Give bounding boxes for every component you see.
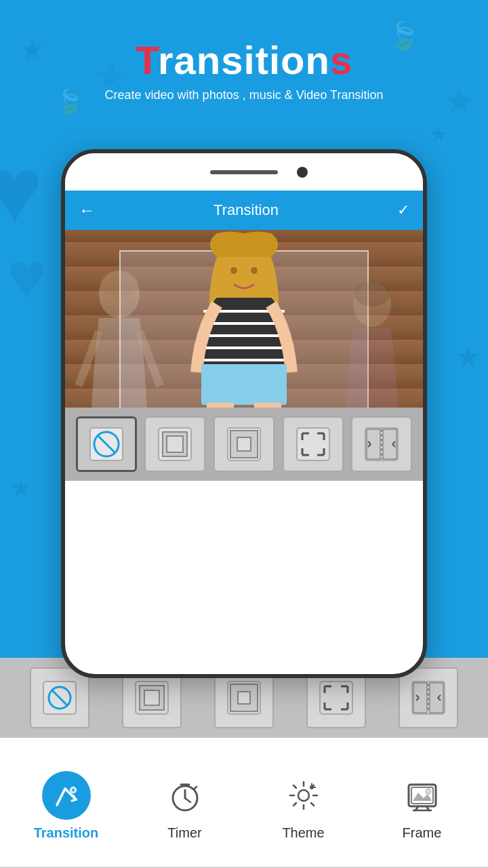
phone-transition-options bbox=[65, 408, 423, 481]
title-t: T bbox=[136, 38, 158, 82]
transition-icon-circle bbox=[42, 771, 91, 820]
theme-nav-label: Theme bbox=[282, 825, 324, 841]
title-s: s bbox=[330, 38, 352, 82]
title-ransition: ransition bbox=[158, 38, 330, 82]
bottom-nav: Transition Timer bbox=[0, 738, 488, 867]
theme-icon-plain bbox=[279, 771, 328, 820]
frame-icon-plain bbox=[398, 771, 447, 820]
nav-item-frame[interactable]: Frame bbox=[378, 771, 466, 841]
svg-line-82 bbox=[311, 803, 314, 806]
app-title: Transitions bbox=[0, 37, 488, 83]
check-button[interactable]: ✓ bbox=[397, 201, 409, 219]
nav-item-transition[interactable]: Transition bbox=[22, 771, 110, 841]
timer-nav-label: Timer bbox=[167, 825, 201, 841]
svg-rect-37 bbox=[383, 429, 396, 459]
nav-item-theme[interactable]: Theme bbox=[260, 771, 348, 841]
svg-rect-88 bbox=[409, 785, 436, 806]
timer-icon-plain bbox=[161, 771, 209, 820]
svg-line-84 bbox=[293, 803, 296, 806]
svg-rect-48 bbox=[144, 690, 159, 705]
svg-line-75 bbox=[195, 787, 197, 789]
back-button[interactable]: ← bbox=[79, 201, 95, 220]
bottom-section: Transition Timer bbox=[0, 658, 488, 868]
svg-point-85 bbox=[310, 785, 314, 789]
svg-point-16 bbox=[354, 282, 390, 307]
phone-top-bar bbox=[65, 153, 423, 191]
svg-line-81 bbox=[293, 785, 296, 788]
svg-rect-51 bbox=[238, 692, 250, 704]
inner-option-split[interactable] bbox=[399, 667, 458, 728]
app-header: ← Transition ✓ bbox=[65, 191, 423, 230]
transition-nav-label: Transition bbox=[34, 825, 99, 841]
svg-point-6 bbox=[251, 267, 258, 274]
phone-side-button bbox=[423, 357, 427, 391]
app-title-area: Transitions Create video with photos , m… bbox=[0, 0, 488, 109]
svg-rect-22 bbox=[167, 436, 183, 452]
svg-rect-36 bbox=[367, 429, 380, 459]
inner-option-none[interactable] bbox=[30, 667, 89, 728]
transition-option-expand[interactable] bbox=[283, 416, 344, 472]
svg-rect-63 bbox=[430, 683, 443, 713]
svg-rect-12 bbox=[201, 364, 287, 405]
transition-option-box-medium[interactable] bbox=[214, 416, 274, 472]
svg-rect-26 bbox=[297, 428, 329, 460]
frame-nav-label: Frame bbox=[403, 825, 442, 841]
transition-option-none[interactable] bbox=[76, 416, 137, 472]
app-subtitle: Create video with photos , music & Video… bbox=[0, 88, 488, 102]
transition-option-box-small[interactable] bbox=[144, 416, 205, 472]
transition-option-split[interactable] bbox=[351, 416, 412, 472]
main-image-area bbox=[65, 230, 423, 481]
svg-point-90 bbox=[426, 789, 431, 794]
svg-point-76 bbox=[298, 790, 309, 801]
header-title: Transition bbox=[214, 201, 279, 219]
phone-speaker bbox=[210, 170, 278, 174]
svg-rect-25 bbox=[237, 437, 251, 451]
svg-line-72 bbox=[185, 798, 190, 802]
svg-point-5 bbox=[230, 267, 237, 274]
nav-item-timer[interactable]: Timer bbox=[141, 771, 229, 841]
phone-camera bbox=[297, 167, 308, 178]
svg-rect-62 bbox=[413, 683, 427, 713]
phone-mockup: ← Transition ✓ bbox=[61, 149, 427, 678]
